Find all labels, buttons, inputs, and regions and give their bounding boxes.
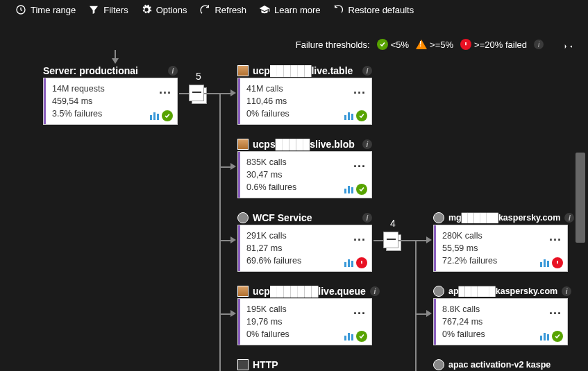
node-title: ap██████kaspersky.com [448, 286, 557, 296]
stat-calls: 41M calls [246, 83, 364, 95]
node-title: ucp██████live.table [253, 65, 353, 76]
restore-defaults-button[interactable]: Restore defaults [333, 4, 414, 15]
time-range-button[interactable]: Time range [15, 4, 76, 15]
node-title: apac activation-v2 kaspe [448, 360, 551, 370]
bars-icon [344, 186, 353, 193]
refresh-button[interactable]: Refresh [199, 4, 246, 15]
node-body[interactable]: ... 291K calls 81,27 ms 69.6% failures [237, 225, 372, 272]
pin-button[interactable] [562, 39, 574, 54]
stat-latency: 110,46 ms [246, 95, 364, 107]
error-circle-icon [460, 39, 471, 50]
options-button[interactable]: Options [141, 4, 187, 15]
arrow-icon [230, 236, 236, 243]
thresholds-legend: Failure thresholds: <5% >=5% >=20% faile… [296, 39, 544, 50]
threshold-orange-label: >=5% [430, 40, 453, 50]
node-title: Server: productionai [43, 65, 138, 76]
filters-button[interactable]: Filters [88, 4, 128, 15]
node-server[interactable]: Server: productionai i ... 14M requests … [43, 65, 178, 125]
node-body[interactable]: ... 280K calls 55,59 ms 72.2% failures [433, 225, 568, 272]
node-wcf[interactable]: WCF Service i ... 291K calls 81,27 ms 69… [237, 212, 372, 272]
node-menu-button[interactable]: ... [353, 83, 366, 97]
node-menu-button[interactable]: ... [549, 303, 562, 318]
arrow-icon [426, 236, 432, 243]
arrow-icon [230, 89, 236, 96]
stat-calls: 8.8K calls [442, 303, 560, 316]
filters-label: Filters [103, 5, 128, 15]
edge-line [415, 240, 417, 371]
check-circle-icon [377, 39, 388, 50]
check-circle-icon [552, 331, 563, 342]
edge-count: 4 [390, 218, 396, 229]
node-api[interactable]: ap██████kaspersky.com i ... 8.8K calls 7… [433, 286, 571, 345]
threshold-red-label: >=20% failed [474, 40, 527, 50]
node-http[interactable]: HTTP [237, 359, 278, 371]
bars-icon [150, 112, 159, 120]
info-icon[interactable]: i [534, 40, 544, 49]
node-menu-button[interactable]: ... [353, 156, 366, 171]
node-menu-button[interactable]: ... [353, 230, 366, 244]
bars-icon [344, 333, 353, 340]
node-title: mg██████kaspersky.com [448, 213, 560, 223]
stat-latency: 81,27 ms [246, 242, 364, 254]
node-menu-button[interactable]: ... [549, 230, 562, 244]
info-icon[interactable]: i [362, 66, 372, 76]
check-circle-icon [356, 331, 367, 342]
entry-arrow-icon [108, 50, 122, 67]
learn-more-button[interactable]: Learn more [259, 4, 320, 15]
node-menu-button[interactable]: ... [159, 83, 171, 97]
http-icon [237, 359, 249, 370]
refresh-icon [199, 4, 210, 15]
stat-latency: 19,76 ms [246, 316, 364, 328]
service-icon [237, 212, 249, 223]
threshold-green: <5% [377, 39, 409, 50]
edge-line [179, 93, 233, 94]
arrow-icon [426, 310, 432, 317]
node-apac[interactable]: apac activation-v2 kaspe [433, 359, 551, 371]
node-queue[interactable]: ucp███████live.queue i ... 195K calls 19… [237, 286, 380, 345]
options-label: Options [156, 5, 187, 15]
node-table[interactable]: ucp██████live.table i ... 41M calls 110,… [237, 65, 372, 125]
edge-line [373, 240, 429, 241]
warning-triangle-icon [416, 40, 427, 49]
info-icon[interactable]: i [370, 286, 380, 296]
gear-icon [141, 4, 152, 15]
node-body[interactable]: ... 195K calls 19,76 ms 0% failures [237, 298, 372, 345]
node-title: ucps█████slive.blob [253, 139, 355, 150]
bars-icon [540, 333, 549, 340]
node-body[interactable]: ... 835K calls 30,47 ms 0.6% failures [237, 151, 372, 198]
info-icon[interactable]: i [564, 213, 574, 223]
node-body[interactable]: ... 41M calls 110,46 ms 0% failures [237, 78, 372, 125]
edge-line [219, 93, 221, 371]
edge-count-box[interactable] [383, 232, 398, 248]
graduation-cap-icon [259, 4, 270, 15]
node-body[interactable]: ... 14M requests 459,54 ms 3.5% failures [43, 78, 178, 125]
service-icon [433, 359, 444, 370]
stat-calls: 195K calls [246, 303, 364, 316]
info-icon[interactable]: i [362, 139, 372, 149]
stat-latency: 459,54 ms [52, 95, 170, 107]
threshold-red: >=20% failed [460, 39, 527, 50]
node-mgmt[interactable]: mg██████kaspersky.com i ... 280K calls 5… [433, 212, 574, 272]
node-menu-button[interactable]: ... [353, 303, 366, 318]
info-icon[interactable]: i [562, 286, 571, 296]
node-title: WCF Service [253, 212, 312, 223]
bars-icon [344, 112, 353, 120]
info-icon[interactable]: i [168, 66, 178, 76]
map-canvas[interactable]: 5 4 Server: productionai i ... 14M reque… [0, 55, 588, 371]
thresholds-label: Failure thresholds: [296, 40, 370, 50]
queue-icon [237, 286, 249, 297]
vertical-scrollbar[interactable] [576, 153, 585, 243]
toolbar: Time range Filters Options Refresh Learn… [0, 0, 588, 22]
edge-count: 5 [196, 71, 201, 82]
edge-count-box[interactable] [189, 85, 204, 101]
node-body[interactable]: ... 8.8K calls 767,24 ms 0% failures [433, 298, 568, 345]
learn-more-label: Learn more [274, 5, 320, 15]
stat-latency: 55,59 ms [442, 242, 560, 254]
info-icon[interactable]: i [362, 213, 372, 223]
node-blob[interactable]: ucps█████slive.blob i ... 835K calls 30,… [237, 139, 372, 198]
threshold-orange: >=5% [416, 40, 453, 50]
stat-calls: 291K calls [246, 230, 364, 242]
stat-calls: 835K calls [246, 156, 364, 169]
error-circle-icon [356, 257, 367, 268]
blob-icon [237, 139, 249, 150]
